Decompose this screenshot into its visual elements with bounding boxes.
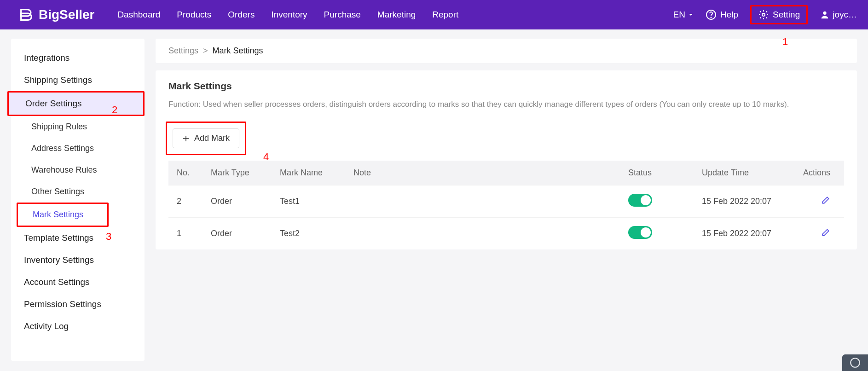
brand-text: BigSeller <box>39 7 94 22</box>
sidebar-item-activity-log[interactable]: Activity Log <box>11 315 145 337</box>
th-actions: Actions <box>798 161 844 186</box>
chat-icon <box>849 357 861 369</box>
svg-point-2 <box>762 13 765 16</box>
nav-inventory[interactable]: Inventory <box>271 10 307 20</box>
user-label: joyc… <box>833 10 857 20</box>
help-icon <box>706 9 717 20</box>
sidebar-item-template-settings[interactable]: Template Settings <box>11 227 145 249</box>
cell-name: Test1 <box>274 186 348 218</box>
th-mark-type: Mark Type <box>205 161 274 186</box>
app-header: BigSeller Dashboard Products Orders Inve… <box>0 0 868 29</box>
page-title: Mark Settings <box>168 81 844 92</box>
th-mark-name: Mark Name <box>274 161 348 186</box>
help-label: Help <box>720 10 738 20</box>
nav-orders[interactable]: Orders <box>228 10 255 20</box>
user-menu[interactable]: joyc… <box>820 10 857 20</box>
cell-status <box>623 218 696 250</box>
cell-note <box>348 218 623 250</box>
add-mark-label: Add Mark <box>194 133 230 143</box>
edit-icon[interactable] <box>821 196 830 207</box>
status-toggle[interactable] <box>628 226 652 239</box>
breadcrumb-current: Mark Settings <box>213 46 263 56</box>
language-label: EN <box>673 10 685 20</box>
svg-point-1 <box>711 17 711 17</box>
edit-icon[interactable] <box>821 228 830 239</box>
nav-marketing[interactable]: Marketing <box>377 10 416 20</box>
breadcrumb-sep: > <box>203 46 208 56</box>
panel-mark-settings: Mark Settings Function: Used when seller… <box>156 70 857 249</box>
cell-no: 2 <box>168 186 205 218</box>
th-update-time: Update Time <box>696 161 798 186</box>
logo-icon <box>18 7 34 23</box>
setting-link[interactable]: Setting <box>750 5 808 24</box>
sidebar-item-inventory-settings[interactable]: Inventory Settings <box>11 249 145 271</box>
nav-report[interactable]: Report <box>432 10 458 20</box>
table-row: 1 Order Test2 15 Feb 2022 20:07 <box>168 218 844 250</box>
sidebar-item-account-settings[interactable]: Account Settings <box>11 271 145 293</box>
sidebar-item-warehouse-rules[interactable]: Warehouse Rules <box>11 159 145 181</box>
cell-status <box>623 186 696 218</box>
page-description: Function: Used when seller processes ord… <box>168 98 844 110</box>
sidebar-item-other-settings[interactable]: Other Settings <box>11 181 145 203</box>
breadcrumb-root[interactable]: Settings <box>168 46 198 56</box>
breadcrumb: Settings > Mark Settings <box>156 39 857 63</box>
page-layout: Integrations Shipping Settings Order Set… <box>0 29 868 361</box>
user-icon <box>820 10 830 20</box>
header-right: EN Help Setting joyc… <box>673 5 857 24</box>
top-nav: Dashboard Products Orders Inventory Purc… <box>117 10 458 20</box>
sidebar-item-integrations[interactable]: Integrations <box>11 47 145 69</box>
sidebar: Integrations Shipping Settings Order Set… <box>11 39 145 361</box>
add-mark-button[interactable]: Add Mark <box>173 128 239 148</box>
language-selector[interactable]: EN <box>673 10 694 20</box>
cell-no: 1 <box>168 218 205 250</box>
cell-update: 15 Feb 2022 20:07 <box>696 186 798 218</box>
sidebar-item-mark-settings[interactable]: Mark Settings <box>17 203 109 227</box>
sidebar-item-order-settings[interactable]: Order Settings <box>7 91 145 116</box>
gear-icon <box>758 9 769 20</box>
table-row: 2 Order Test1 15 Feb 2022 20:07 <box>168 186 844 218</box>
cell-name: Test2 <box>274 218 348 250</box>
cell-actions <box>798 218 844 250</box>
th-no: No. <box>168 161 205 186</box>
sidebar-item-shipping-settings[interactable]: Shipping Settings <box>11 69 145 91</box>
status-toggle[interactable] <box>628 194 652 207</box>
logo[interactable]: BigSeller <box>18 7 94 23</box>
svg-point-3 <box>823 12 827 15</box>
table-header-row: No. Mark Type Mark Name Note Status Upda… <box>168 161 844 186</box>
plus-icon <box>182 135 190 142</box>
setting-label: Setting <box>773 10 800 20</box>
main-content: Settings > Mark Settings Mark Settings F… <box>156 39 857 361</box>
cell-type: Order <box>205 186 274 218</box>
th-note: Note <box>348 161 623 186</box>
caret-down-icon <box>688 12 694 17</box>
sidebar-item-shipping-rules[interactable]: Shipping Rules <box>11 116 145 138</box>
help-link[interactable]: Help <box>706 9 738 20</box>
add-mark-highlight: Add Mark <box>166 122 246 155</box>
cell-actions <box>798 186 844 218</box>
nav-dashboard[interactable]: Dashboard <box>117 10 160 20</box>
svg-point-4 <box>851 358 860 367</box>
cell-type: Order <box>205 218 274 250</box>
cell-note <box>348 186 623 218</box>
chat-widget[interactable] <box>842 354 868 371</box>
marks-table: No. Mark Type Mark Name Note Status Upda… <box>168 161 844 249</box>
nav-purchase[interactable]: Purchase <box>324 10 361 20</box>
nav-products[interactable]: Products <box>177 10 211 20</box>
th-status: Status <box>623 161 696 186</box>
sidebar-item-address-settings[interactable]: Address Settings <box>11 138 145 159</box>
cell-update: 15 Feb 2022 20:07 <box>696 218 798 250</box>
sidebar-item-permission-settings[interactable]: Permission Settings <box>11 293 145 315</box>
